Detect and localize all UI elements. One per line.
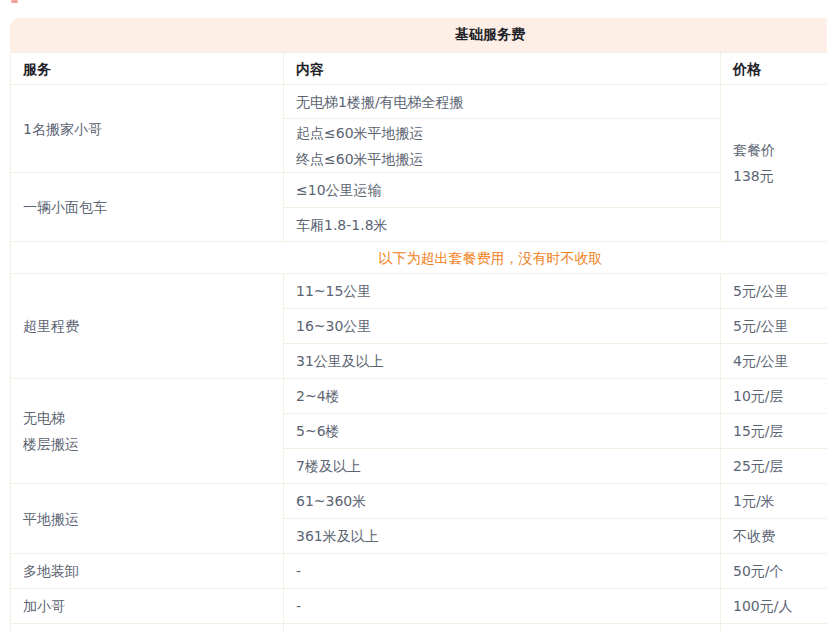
column-header-content: 内容 xyxy=(284,53,721,85)
price-cell-package: 套餐价 138元 xyxy=(721,85,827,242)
table-row-partial xyxy=(11,624,827,632)
content-cell: ≤10公里运输 xyxy=(284,173,721,208)
content-cell: 7楼及以上 xyxy=(284,449,721,484)
content-cell: 无电梯1楼搬/有电梯全程搬 xyxy=(284,85,721,119)
content-cell: 61~360米 xyxy=(284,484,721,519)
package-price-value: 138元 xyxy=(733,163,827,189)
table-row: 一辆小面包车 ≤10公里运输 xyxy=(11,173,827,208)
service-cell-extra-distance: 超里程费 xyxy=(11,274,284,379)
content-cell: - xyxy=(284,554,721,589)
column-header-service: 服务 xyxy=(11,53,284,85)
content-line: 起点≤60米平地搬运 xyxy=(296,120,708,146)
price-cell: 100元/人 xyxy=(721,589,827,624)
panel-title: 基础服务费 xyxy=(10,18,827,52)
service-line: 楼层搬运 xyxy=(23,431,271,457)
content-line: 终点≤60米平地搬运 xyxy=(296,146,708,172)
service-cell-extra-worker: 加小哥 xyxy=(11,589,284,624)
content-cell: 起点≤60米平地搬运 终点≤60米平地搬运 xyxy=(284,119,721,173)
service-cell-flat-carry: 平地搬运 xyxy=(11,484,284,554)
content-cell: 16~30公里 xyxy=(284,309,721,344)
table-row: 平地搬运 61~360米 1元/米 xyxy=(11,484,827,519)
table-header-row: 服务 内容 价格 xyxy=(11,53,827,85)
price-cell: 4元/公里 xyxy=(721,344,827,379)
price-cell: 不收费 xyxy=(721,519,827,554)
content-cell: 31公里及以上 xyxy=(284,344,721,379)
price-cell: 10元/层 xyxy=(721,379,827,414)
content-cell: - xyxy=(284,589,721,624)
service-cell-van: 一辆小面包车 xyxy=(11,173,284,242)
price-cell: 5元/公里 xyxy=(721,309,827,344)
content-cell-empty xyxy=(284,624,721,632)
basic-fee-panel: 基础服务费 服务 内容 价格 1名搬家小哥 无电梯1楼搬/有电梯全程搬 套餐价 … xyxy=(10,18,827,632)
table-row: 加小哥 - 100元/人 xyxy=(11,589,827,624)
table-row: 超里程费 11~15公里 5元/公里 xyxy=(11,274,827,309)
service-cell-empty xyxy=(11,624,284,632)
service-cell-multi-stop: 多地装卸 xyxy=(11,554,284,589)
price-cell-empty xyxy=(721,624,827,632)
service-cell-mover: 1名搬家小哥 xyxy=(11,85,284,173)
screen-artifact xyxy=(11,0,18,3)
content-cell: 2~4楼 xyxy=(284,379,721,414)
fee-table: 服务 内容 价格 1名搬家小哥 无电梯1楼搬/有电梯全程搬 套餐价 138元 起… xyxy=(10,52,827,632)
service-cell-stairs: 无电梯 楼层搬运 xyxy=(11,379,284,484)
content-cell: 361米及以上 xyxy=(284,519,721,554)
page: 基础服务费 服务 内容 价格 1名搬家小哥 无电梯1楼搬/有电梯全程搬 套餐价 … xyxy=(0,0,827,632)
price-cell: 15元/层 xyxy=(721,414,827,449)
column-header-price: 价格 xyxy=(721,53,827,85)
service-line: 无电梯 xyxy=(23,405,271,431)
content-cell: 11~15公里 xyxy=(284,274,721,309)
extra-fee-notice: 以下为超出套餐费用，没有时不收取 xyxy=(11,242,827,274)
package-price-label: 套餐价 xyxy=(733,137,827,163)
table-row: 1名搬家小哥 无电梯1楼搬/有电梯全程搬 套餐价 138元 xyxy=(11,85,827,119)
price-cell: 25元/层 xyxy=(721,449,827,484)
price-cell: 50元/个 xyxy=(721,554,827,589)
table-row: 多地装卸 - 50元/个 xyxy=(11,554,827,589)
content-cell: 5~6楼 xyxy=(284,414,721,449)
table-row: 无电梯 楼层搬运 2~4楼 10元/层 xyxy=(11,379,827,414)
extra-fee-notice-row: 以下为超出套餐费用，没有时不收取 xyxy=(11,242,827,274)
price-cell: 5元/公里 xyxy=(721,274,827,309)
price-cell: 1元/米 xyxy=(721,484,827,519)
content-cell: 车厢1.8-1.8米 xyxy=(284,208,721,242)
